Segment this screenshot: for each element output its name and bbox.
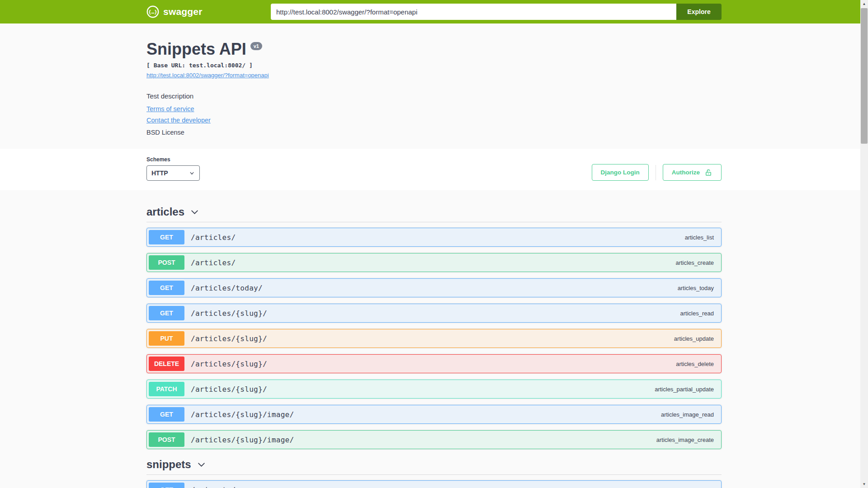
operation-path: /articles/{slug}/	[191, 385, 267, 394]
swagger-logo[interactable]: {…} swagger	[146, 5, 203, 18]
method-badge: POST	[149, 432, 184, 447]
schemes-selected-value: HTTP	[151, 169, 168, 177]
operation-id: articles_list	[685, 234, 719, 241]
operation-id: snippets_list	[681, 487, 719, 488]
operation-id: articles_delete	[676, 361, 719, 367]
operation-row[interactable]: PATCH /articles/{slug}/ articles_partial…	[146, 380, 722, 399]
schemes-block: Schemes HTTP	[146, 156, 200, 181]
operation-id: articles_create	[675, 259, 719, 266]
method-badge: GET	[149, 306, 184, 320]
method-badge: POST	[149, 255, 184, 270]
scroll-up-arrow-icon[interactable]: ▲	[860, 0, 868, 8]
scroll-down-arrow-icon[interactable]: ▼	[860, 480, 868, 488]
operations-list: articles GET /articles/ articles_list PO…	[146, 203, 722, 488]
version-badge: v1	[250, 42, 262, 50]
method-badge: PUT	[149, 331, 184, 346]
spec-url-input[interactable]	[271, 4, 676, 20]
authorize-button[interactable]: Authorize	[663, 164, 722, 181]
operation-path: /articles/{slug}/	[191, 360, 267, 368]
method-badge: GET	[149, 281, 184, 295]
chevron-down-icon	[189, 170, 195, 176]
operation-id: articles_image_create	[656, 436, 719, 443]
operation-row[interactable]: GET /articles/{slug}/image/ articles_ima…	[146, 405, 722, 424]
chevron-down-icon	[197, 460, 206, 469]
operation-row[interactable]: POST /articles/{slug}/image/ articles_im…	[146, 430, 722, 449]
operation-row[interactable]: PUT /articles/{slug}/ articles_update	[146, 329, 722, 348]
license-label: BSD License	[146, 129, 722, 136]
operation-path: /articles/	[191, 233, 236, 242]
chevron-down-icon	[190, 207, 199, 217]
operation-path: /articles/today/	[191, 284, 263, 292]
scrollbar[interactable]: ▲ ▼	[860, 0, 868, 488]
section-title: snippets	[146, 458, 191, 471]
schemes-select[interactable]: HTTP	[146, 165, 200, 181]
terms-of-service-link[interactable]: Terms of service	[146, 105, 194, 113]
svg-text:{…}: {…}	[148, 9, 157, 15]
scrollbar-thumb[interactable]	[861, 8, 868, 144]
scheme-container: Schemes HTTP Django Login Authorize	[0, 149, 868, 190]
schemes-label: Schemes	[146, 156, 200, 163]
operation-path: /articles/	[191, 258, 236, 267]
operation-row[interactable]: GET /articles/{slug}/ articles_read	[146, 304, 722, 323]
method-badge: PATCH	[149, 382, 184, 396]
operation-row[interactable]: GET /articles/today/ articles_today	[146, 278, 722, 297]
unlock-icon	[704, 169, 712, 177]
auth-wrapper: Django Login Authorize	[592, 164, 722, 181]
explore-form: Explore	[271, 4, 722, 20]
method-badge: DELETE	[149, 357, 184, 371]
topbar: {…} swagger Explore	[0, 0, 868, 23]
section-title: articles	[146, 206, 184, 218]
section-operations: GET /snippets/ snippets_list	[146, 480, 722, 488]
tag-section: snippets GET /snippets/ snippets_list	[146, 455, 722, 488]
api-description: Test description	[146, 92, 722, 100]
method-badge: GET	[149, 230, 184, 244]
operation-row[interactable]: GET /snippets/ snippets_list	[146, 480, 722, 488]
operation-id: articles_update	[674, 335, 719, 342]
operation-path: /articles/{slug}/image/	[191, 410, 294, 419]
operation-row[interactable]: GET /articles/ articles_list	[146, 228, 722, 247]
tag-header[interactable]: snippets	[146, 455, 722, 475]
method-badge: GET	[149, 483, 184, 488]
operation-row[interactable]: POST /articles/ articles_create	[146, 253, 722, 272]
section-operations: GET /articles/ articles_list POST /artic…	[146, 228, 722, 449]
base-url: [ Base URL: test.local:8002/ ]	[146, 62, 722, 69]
api-title-text: Snippets API	[146, 40, 246, 58]
operation-row[interactable]: DELETE /articles/{slug}/ articles_delete	[146, 354, 722, 373]
operation-path: /snippets/	[191, 486, 236, 488]
operation-path: /articles/{slug}/	[191, 309, 267, 318]
contact-developer-link[interactable]: Contact the developer	[146, 117, 211, 124]
operations-area: articles GET /articles/ articles_list PO…	[0, 190, 868, 488]
method-badge: GET	[149, 407, 184, 422]
swagger-logo-icon: {…}	[146, 5, 159, 18]
brand-name: swagger	[163, 6, 203, 17]
spec-link[interactable]: http://test.local:8002/swagger/?format=o…	[146, 72, 269, 79]
operation-id: articles_image_read	[661, 411, 719, 418]
django-login-button[interactable]: Django Login	[592, 164, 649, 181]
tag-section: articles GET /articles/ articles_list PO…	[146, 203, 722, 449]
operation-path: /articles/{slug}/image/	[191, 436, 294, 444]
operation-id: articles_partial_update	[655, 386, 719, 393]
authorize-label: Authorize	[672, 169, 700, 176]
auth-divider	[656, 165, 656, 180]
operation-id: articles_read	[680, 310, 719, 317]
operation-id: articles_today	[678, 285, 719, 291]
api-info-section: Snippets APIv1 [ Base URL: test.local:80…	[0, 23, 868, 149]
tag-header[interactable]: articles	[146, 203, 722, 222]
explore-button[interactable]: Explore	[676, 4, 722, 20]
page-title: Snippets APIv1	[146, 40, 722, 59]
operation-path: /articles/{slug}/	[191, 334, 267, 343]
